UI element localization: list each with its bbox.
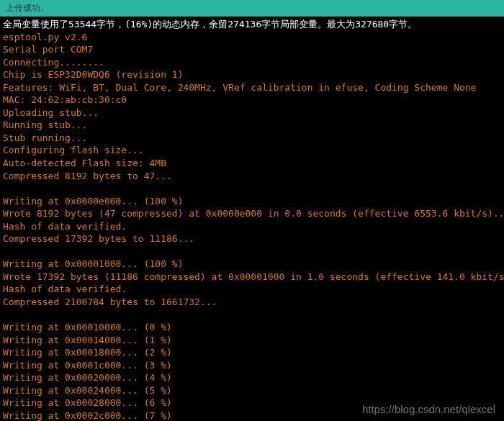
terminal-line: Hash of data verified. xyxy=(3,220,501,233)
terminal-line: Writing at 0x00018000... (2 %) xyxy=(3,346,501,359)
terminal-line: Features: WiFi, BT, Dual Core, 240MHz, V… xyxy=(3,81,501,94)
blank-line xyxy=(3,182,501,195)
terminal-line: Uploading stub... xyxy=(3,107,501,119)
terminal-line: Writing at 0x00014000... (1 %) xyxy=(3,334,501,347)
terminal-line: Wrote 8192 bytes (47 compressed) at 0x00… xyxy=(3,207,501,220)
terminal-line: Wrote 17392 bytes (11186 compressed) at … xyxy=(3,271,501,284)
terminal-line: Compressed 17392 bytes to 11186... xyxy=(3,232,501,245)
terminal-line: Compressed 2100784 bytes to 1661732... xyxy=(3,296,501,309)
terminal-line: Compressed 8192 bytes to 47... xyxy=(3,170,501,183)
terminal-line: Serial port COM7 xyxy=(3,43,501,56)
watermark: https://blog.csdn.net/qlexcel xyxy=(362,403,495,415)
terminal-line: Running stub... xyxy=(3,119,501,132)
terminal-line: Writing at 0x00010000... (0 %) xyxy=(3,321,501,334)
upload-status-bar: 上传成功。 xyxy=(0,0,504,17)
terminal-line: Stub running... xyxy=(3,132,501,145)
memory-usage-line: 全局变量使用了53544字节，(16%)的动态内存，余留274136字节局部变量… xyxy=(3,18,501,31)
terminal-line: Connecting........ xyxy=(3,56,501,69)
terminal-output: 全局变量使用了53544字节，(16%)的动态内存，余留274136字节局部变量… xyxy=(0,17,504,421)
terminal-line: Chip is ESP32D0WDQ6 (revision 1) xyxy=(3,68,501,81)
blank-line xyxy=(3,309,501,322)
terminal-line: Writing at 0x00024000... (5 %) xyxy=(3,384,501,397)
terminal-line: Writing at 0x0001c000... (3 %) xyxy=(3,359,501,372)
terminal-line: Writing at 0x0000e000... (100 %) xyxy=(3,195,501,208)
blank-line xyxy=(3,245,501,258)
terminal-line: Configuring flash size... xyxy=(3,144,501,157)
terminal-line: Writing at 0x00020000... (4 %) xyxy=(3,371,501,384)
status-text: 上传成功。 xyxy=(6,3,49,13)
terminal-line: Hash of data verified. xyxy=(3,283,501,296)
terminal-line: esptool.py v2.6 xyxy=(3,31,501,44)
terminal-line: Auto-detected Flash size: 4MB xyxy=(3,157,501,170)
terminal-line: MAC: 24:62:ab:cb:30:c0 xyxy=(3,94,501,107)
terminal-line: Writing at 0x00001000... (100 %) xyxy=(3,258,501,271)
